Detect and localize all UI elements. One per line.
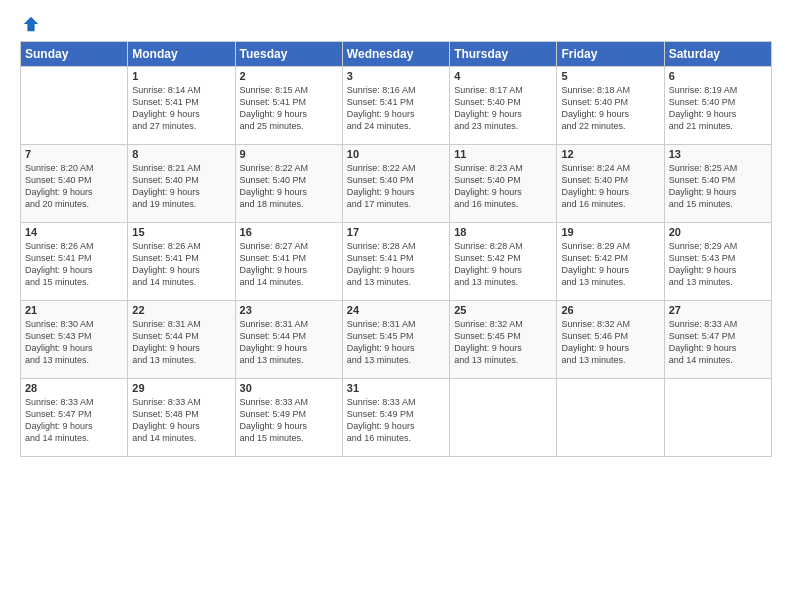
- day-number: 15: [132, 226, 230, 238]
- calendar-week-row: 21Sunrise: 8:30 AMSunset: 5:43 PMDayligh…: [21, 301, 772, 379]
- day-number: 12: [561, 148, 659, 160]
- calendar-cell: 31Sunrise: 8:33 AMSunset: 5:49 PMDayligh…: [342, 379, 449, 457]
- day-info: Sunrise: 8:15 AMSunset: 5:41 PMDaylight:…: [240, 84, 338, 133]
- calendar-cell: 3Sunrise: 8:16 AMSunset: 5:41 PMDaylight…: [342, 67, 449, 145]
- calendar-cell: 28Sunrise: 8:33 AMSunset: 5:47 PMDayligh…: [21, 379, 128, 457]
- calendar-cell: [664, 379, 771, 457]
- calendar-cell: 10Sunrise: 8:22 AMSunset: 5:40 PMDayligh…: [342, 145, 449, 223]
- calendar-cell: 18Sunrise: 8:28 AMSunset: 5:42 PMDayligh…: [450, 223, 557, 301]
- calendar-header-wednesday: Wednesday: [342, 42, 449, 67]
- day-number: 28: [25, 382, 123, 394]
- calendar-table: SundayMondayTuesdayWednesdayThursdayFrid…: [20, 41, 772, 457]
- day-number: 2: [240, 70, 338, 82]
- calendar-cell: 14Sunrise: 8:26 AMSunset: 5:41 PMDayligh…: [21, 223, 128, 301]
- day-info: Sunrise: 8:31 AMSunset: 5:45 PMDaylight:…: [347, 318, 445, 367]
- calendar-header-friday: Friday: [557, 42, 664, 67]
- calendar-cell: [21, 67, 128, 145]
- calendar-week-row: 14Sunrise: 8:26 AMSunset: 5:41 PMDayligh…: [21, 223, 772, 301]
- logo: [20, 15, 40, 33]
- header: [20, 15, 772, 33]
- day-info: Sunrise: 8:21 AMSunset: 5:40 PMDaylight:…: [132, 162, 230, 211]
- day-info: Sunrise: 8:20 AMSunset: 5:40 PMDaylight:…: [25, 162, 123, 211]
- logo-icon: [22, 15, 40, 33]
- day-number: 29: [132, 382, 230, 394]
- day-info: Sunrise: 8:32 AMSunset: 5:46 PMDaylight:…: [561, 318, 659, 367]
- calendar-cell: 30Sunrise: 8:33 AMSunset: 5:49 PMDayligh…: [235, 379, 342, 457]
- day-info: Sunrise: 8:33 AMSunset: 5:49 PMDaylight:…: [240, 396, 338, 445]
- day-number: 13: [669, 148, 767, 160]
- calendar-cell: 29Sunrise: 8:33 AMSunset: 5:48 PMDayligh…: [128, 379, 235, 457]
- day-number: 21: [25, 304, 123, 316]
- calendar-week-row: 7Sunrise: 8:20 AMSunset: 5:40 PMDaylight…: [21, 145, 772, 223]
- svg-marker-0: [24, 17, 38, 31]
- calendar-header-thursday: Thursday: [450, 42, 557, 67]
- day-info: Sunrise: 8:18 AMSunset: 5:40 PMDaylight:…: [561, 84, 659, 133]
- calendar-cell: 20Sunrise: 8:29 AMSunset: 5:43 PMDayligh…: [664, 223, 771, 301]
- day-info: Sunrise: 8:33 AMSunset: 5:48 PMDaylight:…: [132, 396, 230, 445]
- calendar-cell: 8Sunrise: 8:21 AMSunset: 5:40 PMDaylight…: [128, 145, 235, 223]
- day-number: 25: [454, 304, 552, 316]
- day-number: 10: [347, 148, 445, 160]
- day-number: 11: [454, 148, 552, 160]
- calendar-cell: 6Sunrise: 8:19 AMSunset: 5:40 PMDaylight…: [664, 67, 771, 145]
- calendar-cell: 16Sunrise: 8:27 AMSunset: 5:41 PMDayligh…: [235, 223, 342, 301]
- day-info: Sunrise: 8:31 AMSunset: 5:44 PMDaylight:…: [240, 318, 338, 367]
- day-info: Sunrise: 8:33 AMSunset: 5:49 PMDaylight:…: [347, 396, 445, 445]
- day-info: Sunrise: 8:29 AMSunset: 5:43 PMDaylight:…: [669, 240, 767, 289]
- day-number: 17: [347, 226, 445, 238]
- calendar-cell: 12Sunrise: 8:24 AMSunset: 5:40 PMDayligh…: [557, 145, 664, 223]
- calendar-cell: 17Sunrise: 8:28 AMSunset: 5:41 PMDayligh…: [342, 223, 449, 301]
- calendar-cell: 7Sunrise: 8:20 AMSunset: 5:40 PMDaylight…: [21, 145, 128, 223]
- day-info: Sunrise: 8:14 AMSunset: 5:41 PMDaylight:…: [132, 84, 230, 133]
- calendar-cell: 5Sunrise: 8:18 AMSunset: 5:40 PMDaylight…: [557, 67, 664, 145]
- day-number: 24: [347, 304, 445, 316]
- day-info: Sunrise: 8:17 AMSunset: 5:40 PMDaylight:…: [454, 84, 552, 133]
- calendar-cell: 24Sunrise: 8:31 AMSunset: 5:45 PMDayligh…: [342, 301, 449, 379]
- calendar-cell: 23Sunrise: 8:31 AMSunset: 5:44 PMDayligh…: [235, 301, 342, 379]
- day-number: 4: [454, 70, 552, 82]
- day-number: 23: [240, 304, 338, 316]
- page: SundayMondayTuesdayWednesdayThursdayFrid…: [0, 0, 792, 612]
- calendar-cell: 2Sunrise: 8:15 AMSunset: 5:41 PMDaylight…: [235, 67, 342, 145]
- day-number: 27: [669, 304, 767, 316]
- day-info: Sunrise: 8:22 AMSunset: 5:40 PMDaylight:…: [347, 162, 445, 211]
- day-info: Sunrise: 8:33 AMSunset: 5:47 PMDaylight:…: [25, 396, 123, 445]
- day-number: 18: [454, 226, 552, 238]
- day-number: 31: [347, 382, 445, 394]
- day-info: Sunrise: 8:31 AMSunset: 5:44 PMDaylight:…: [132, 318, 230, 367]
- day-info: Sunrise: 8:30 AMSunset: 5:43 PMDaylight:…: [25, 318, 123, 367]
- day-info: Sunrise: 8:26 AMSunset: 5:41 PMDaylight:…: [132, 240, 230, 289]
- day-info: Sunrise: 8:22 AMSunset: 5:40 PMDaylight:…: [240, 162, 338, 211]
- day-number: 16: [240, 226, 338, 238]
- calendar-header-tuesday: Tuesday: [235, 42, 342, 67]
- day-info: Sunrise: 8:32 AMSunset: 5:45 PMDaylight:…: [454, 318, 552, 367]
- calendar-cell: 1Sunrise: 8:14 AMSunset: 5:41 PMDaylight…: [128, 67, 235, 145]
- calendar-cell: 22Sunrise: 8:31 AMSunset: 5:44 PMDayligh…: [128, 301, 235, 379]
- day-number: 5: [561, 70, 659, 82]
- calendar-cell: 11Sunrise: 8:23 AMSunset: 5:40 PMDayligh…: [450, 145, 557, 223]
- day-number: 20: [669, 226, 767, 238]
- calendar-cell: 9Sunrise: 8:22 AMSunset: 5:40 PMDaylight…: [235, 145, 342, 223]
- day-number: 7: [25, 148, 123, 160]
- calendar-week-row: 28Sunrise: 8:33 AMSunset: 5:47 PMDayligh…: [21, 379, 772, 457]
- day-number: 8: [132, 148, 230, 160]
- day-number: 22: [132, 304, 230, 316]
- day-info: Sunrise: 8:26 AMSunset: 5:41 PMDaylight:…: [25, 240, 123, 289]
- day-info: Sunrise: 8:23 AMSunset: 5:40 PMDaylight:…: [454, 162, 552, 211]
- calendar-cell: 21Sunrise: 8:30 AMSunset: 5:43 PMDayligh…: [21, 301, 128, 379]
- day-info: Sunrise: 8:16 AMSunset: 5:41 PMDaylight:…: [347, 84, 445, 133]
- day-info: Sunrise: 8:28 AMSunset: 5:42 PMDaylight:…: [454, 240, 552, 289]
- calendar-header-row: SundayMondayTuesdayWednesdayThursdayFrid…: [21, 42, 772, 67]
- calendar-cell: [557, 379, 664, 457]
- calendar-cell: 25Sunrise: 8:32 AMSunset: 5:45 PMDayligh…: [450, 301, 557, 379]
- calendar-cell: 15Sunrise: 8:26 AMSunset: 5:41 PMDayligh…: [128, 223, 235, 301]
- day-number: 6: [669, 70, 767, 82]
- calendar-cell: [450, 379, 557, 457]
- day-info: Sunrise: 8:25 AMSunset: 5:40 PMDaylight:…: [669, 162, 767, 211]
- day-number: 26: [561, 304, 659, 316]
- day-info: Sunrise: 8:29 AMSunset: 5:42 PMDaylight:…: [561, 240, 659, 289]
- day-number: 9: [240, 148, 338, 160]
- day-info: Sunrise: 8:33 AMSunset: 5:47 PMDaylight:…: [669, 318, 767, 367]
- calendar-header-monday: Monday: [128, 42, 235, 67]
- calendar-cell: 27Sunrise: 8:33 AMSunset: 5:47 PMDayligh…: [664, 301, 771, 379]
